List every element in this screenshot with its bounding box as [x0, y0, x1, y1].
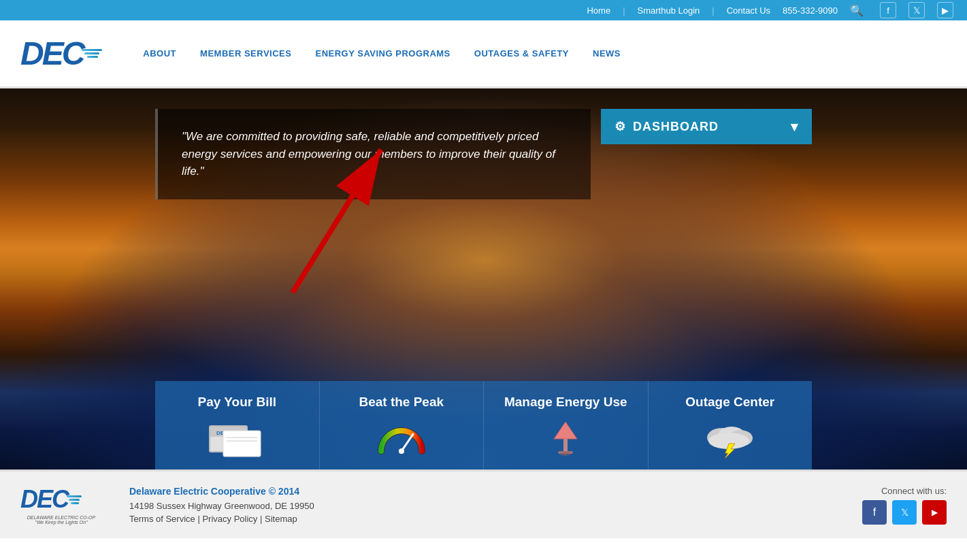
- footer-facebook-icon[interactable]: f: [862, 500, 887, 525]
- outage-center-card[interactable]: Outage Center: [649, 381, 813, 470]
- footer-links: Terms of Service | Privacy Policy | Site…: [129, 514, 835, 524]
- footer-info: Delaware Electric Cooperative © 2014 141…: [129, 486, 835, 524]
- svg-rect-5: [223, 431, 261, 457]
- logo-area[interactable]: DEC: [20, 37, 102, 70]
- manage-energy-card[interactable]: Manage Energy Use: [484, 381, 649, 470]
- beat-peak-title: Beat the Peak: [359, 395, 444, 410]
- pay-bill-title: Pay Your Bill: [198, 395, 276, 410]
- main-nav: ABOUT MEMBER SERVICES ENERGY SAVING PROG…: [143, 48, 621, 59]
- footer-logo-text: DEC: [20, 485, 68, 514]
- footer: DEC DELAWARE ELECTRIC CO-OP"We Keep the …: [0, 470, 967, 538]
- terms-link[interactable]: Terms of Service: [129, 514, 195, 524]
- beat-peak-icon-area: [378, 418, 425, 459]
- youtube-icon[interactable]: ▶: [937, 2, 953, 18]
- pay-bill-icon-area: DEC: [206, 418, 267, 459]
- beat-peak-card[interactable]: Beat the Peak: [320, 381, 485, 470]
- outage-center-icon-area: [703, 418, 757, 459]
- manage-energy-icon-area: [548, 418, 583, 459]
- svg-line-8: [401, 434, 413, 451]
- svg-point-9: [399, 448, 404, 454]
- top-bar: Home | Smarthub Login | Contact Us 855-3…: [0, 0, 967, 20]
- quote-box: "We are committed to providing safe, rel…: [155, 109, 591, 199]
- phone-number: 855-332-9090: [783, 5, 838, 16]
- nav-energy-saving[interactable]: ENERGY SAVING PROGRAMS: [315, 48, 450, 59]
- sitemap-link[interactable]: Sitemap: [265, 514, 297, 524]
- footer-copyright: Delaware Electric Cooperative © 2014: [129, 486, 835, 497]
- storm-icon: [703, 421, 757, 458]
- logo-text: DEC: [20, 37, 83, 70]
- outage-center-title: Outage Center: [685, 395, 774, 410]
- footer-youtube-icon[interactable]: ▶: [922, 500, 947, 525]
- search-button[interactable]: 🔍: [850, 4, 864, 17]
- footer-logo-subtitle: DELAWARE ELECTRIC CO-OP"We Keep the Ligh…: [20, 515, 102, 525]
- home-link[interactable]: Home: [587, 5, 610, 16]
- lamp-icon: [548, 418, 583, 459]
- nav-about[interactable]: ABOUT: [143, 48, 176, 59]
- social-icons: f 𝕏 ▶: [862, 500, 947, 525]
- nav-outages[interactable]: OUTAGES & SAFETY: [474, 48, 569, 59]
- svg-point-13: [560, 452, 571, 456]
- footer-twitter-icon[interactable]: 𝕏: [892, 500, 917, 525]
- connect-label: Connect with us:: [881, 486, 947, 496]
- privacy-link[interactable]: Privacy Policy: [202, 514, 257, 524]
- footer-social: Connect with us: f 𝕏 ▶: [862, 486, 947, 525]
- dashboard-button[interactable]: ⚙ DASHBOARD ▾: [601, 109, 812, 144]
- hero-quote: "We are committed to providing safe, rel…: [182, 128, 567, 180]
- dashboard-label: DASHBOARD: [633, 120, 719, 134]
- twitter-icon[interactable]: 𝕏: [908, 2, 925, 18]
- svg-rect-11: [563, 439, 568, 451]
- speedometer-icon: [378, 424, 425, 455]
- nav-member-services[interactable]: MEMBER SERVICES: [200, 48, 291, 59]
- pay-bill-card[interactable]: Pay Your Bill DEC: [155, 381, 320, 470]
- footer-address: 14198 Sussex Highway Greenwood, DE 19950: [129, 501, 835, 511]
- footer-logo[interactable]: DEC DELAWARE ELECTRIC CO-OP"We Keep the …: [20, 485, 102, 525]
- chevron-down-icon: ▾: [791, 118, 798, 135]
- hero-section: "We are committed to providing safe, rel…: [0, 88, 967, 470]
- contact-link[interactable]: Contact Us: [727, 5, 770, 16]
- nav-bar: DEC ABOUT MEMBER SERVICES ENERGY SAVING …: [0, 20, 967, 88]
- cards-row: Pay Your Bill DEC Beat the Peak: [155, 381, 812, 470]
- facebook-icon[interactable]: f: [880, 2, 896, 18]
- manage-energy-title: Manage Energy Use: [504, 395, 627, 410]
- nav-news[interactable]: NEWS: [593, 48, 621, 59]
- svg-marker-10: [554, 422, 577, 439]
- bill-icon: DEC: [206, 421, 267, 458]
- gear-icon: ⚙: [614, 119, 626, 134]
- smarthub-link[interactable]: Smarthub Login: [638, 5, 700, 16]
